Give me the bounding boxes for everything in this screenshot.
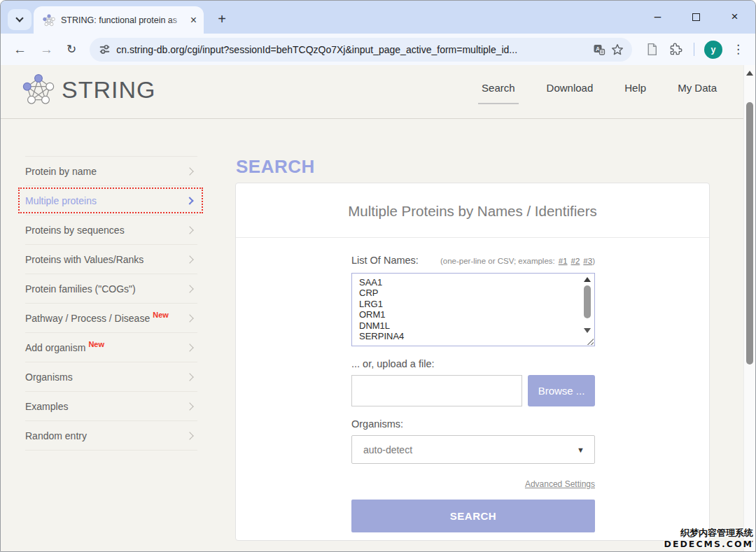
sidebar-item-multiple-proteins[interactable]: Multiple proteins [25,186,197,215]
example-2-link[interactable]: #2 [571,257,580,265]
search-button[interactable]: SEARCH [351,500,595,532]
sidebar-item-label: Protein by name [25,166,97,177]
watermark-line2: DEDECMS.COM [664,539,753,550]
page-content: STRING Search Download Help My Data Prot… [1,65,755,551]
new-tab-button[interactable]: + [211,8,232,29]
scroll-up-icon[interactable] [746,71,753,76]
sidebar-item-pathway-process-disease[interactable]: Pathway / Process / DiseaseNew [25,304,197,333]
brand-name: STRING [62,76,155,104]
back-button[interactable]: ← [13,43,27,56]
tab-strip: STRING: functional protein as × + – × [1,1,755,34]
reload-button[interactable]: ↻ [66,43,76,55]
watermark-line1: 织梦内容管理系统 [664,528,753,539]
scroll-down-icon[interactable] [584,328,591,333]
string-logo[interactable]: STRING [22,73,155,106]
tab-close-icon[interactable]: × [190,15,197,26]
sidebar-item-random-entry[interactable]: Random entry [25,421,197,451]
browser-menu-icon[interactable]: ⋮ [732,42,744,57]
sidebar-item-label: Random entry [25,430,87,441]
browser-toolbar: ← → ↻ cn.string-db.org/cgi/input?session… [1,34,755,65]
main-nav: Search Download Help My Data [482,82,717,104]
profile-avatar[interactable]: y [704,41,722,59]
hint-text: ) [592,257,595,265]
sidebar-item-label: Proteins by sequences [25,225,125,236]
url-bar[interactable]: cn.string-db.org/cgi/input?sessionId=beh… [90,38,632,62]
advanced-settings-row: Advanced Settings [351,477,595,490]
toolbar-separator [694,43,694,56]
chevron-right-icon [186,432,193,439]
maximize-button[interactable] [677,1,715,33]
search-form-card: Multiple Proteins by Names / Identifiers… [235,183,710,541]
maximize-icon [692,13,700,21]
new-badge: New [153,311,169,319]
chevron-right-icon [186,285,193,292]
close-window-button[interactable]: × [715,1,754,33]
scroll-up-icon[interactable] [584,277,591,282]
string-favicon-icon [43,14,55,27]
sidebar-item-organisms[interactable]: Organisms [25,362,197,392]
window-controls: – × [638,1,754,33]
organism-selected-value: auto-detect [363,444,412,455]
chevron-down-icon [15,14,23,22]
file-path-input[interactable] [351,375,522,406]
example-3-link[interactable]: #3 [583,257,592,265]
organisms-label: Organisms: [351,418,595,430]
sidebar-item-label: Multiple proteins [25,195,97,206]
tab-search-button[interactable] [8,9,31,30]
advanced-settings-link[interactable]: Advanced Settings [525,479,595,489]
side-panel-icon[interactable] [646,43,658,56]
new-badge: New [88,340,104,348]
nav-my-data[interactable]: My Data [678,82,717,104]
browse-button[interactable]: Browse ... [528,375,595,406]
sidebar-item-label: Proteins with Values/Ranks [25,254,144,265]
string-network-icon [22,73,55,106]
dropdown-caret-icon: ▼ [577,446,584,454]
tab-title: STRING: functional protein as [61,15,186,26]
bookmark-star-icon[interactable] [611,43,624,56]
extensions-icon[interactable] [669,43,682,56]
watermark: 织梦内容管理系统 DEDECMS.COM [664,528,753,550]
translate-icon[interactable]: A [593,43,606,56]
nav-search[interactable]: Search [482,82,515,104]
scrollbar-thumb[interactable] [584,285,591,318]
browser-tab[interactable]: STRING: functional protein as × [34,6,204,34]
file-upload-row: Browse ... [351,375,595,406]
names-label-row: List Of Names: (one-per-line or CSV; exa… [351,255,595,266]
names-label: List Of Names: [351,255,419,266]
organism-select[interactable]: auto-detect ▼ [351,435,595,464]
sidebar-item-add-organism[interactable]: Add organismNew [25,333,197,362]
browser-window: STRING: functional protein as × + – × ← … [0,0,756,552]
chevron-right-icon [186,255,193,263]
chevron-right-icon [186,197,193,204]
sidebar-item-label: Protein families ("COGs") [25,283,136,295]
textarea-scrollbar[interactable] [582,274,594,345]
card-divider [236,237,709,238]
nav-download[interactable]: Download [547,82,594,104]
chevron-right-icon [186,344,193,351]
forward-button[interactable]: → [40,43,53,56]
sidebar-item-examples[interactable]: Examples [25,392,197,421]
sidebar-item-label: Organisms [25,371,73,383]
sidebar-item-label: Examples [25,401,68,412]
chevron-right-icon [186,373,193,381]
minimize-button[interactable]: – [638,1,677,33]
sidebar-item-proteins-by-sequences[interactable]: Proteins by sequences [25,215,197,245]
page-scrollbar[interactable] [743,65,755,551]
names-textarea[interactable]: SAA1 CRP LRG1 ORM1 DNM1L SERPINA4 [351,273,595,346]
sidebar-item-protein-by-name[interactable]: Protein by name [25,157,197,186]
sidebar-item-protein-families-cogs[interactable]: Protein families ("COGs") [25,274,197,304]
hint-text: (one-per-line or CSV; examples: [440,257,555,265]
header-divider [1,118,755,119]
example-1-link[interactable]: #1 [559,257,568,265]
sidebar-item-proteins-with-values-ranks[interactable]: Proteins with Values/Ranks [25,245,197,274]
nav-help[interactable]: Help [624,82,646,104]
scrollbar-thumb[interactable] [746,102,753,365]
names-value[interactable]: SAA1 CRP LRG1 ORM1 DNM1L SERPINA4 [359,277,576,343]
site-settings-icon[interactable] [99,43,111,55]
names-hint: (one-per-line or CSV; examples:#1#2#3) [440,257,595,265]
chevron-right-icon [186,314,193,322]
chevron-right-icon [186,402,193,410]
sidebar-item-label: Pathway / Process / Disease [25,313,150,324]
url-text[interactable]: cn.string-db.org/cgi/input?sessionId=beh… [116,44,582,55]
search-sidebar: Protein by name Multiple proteins Protei… [25,156,197,451]
